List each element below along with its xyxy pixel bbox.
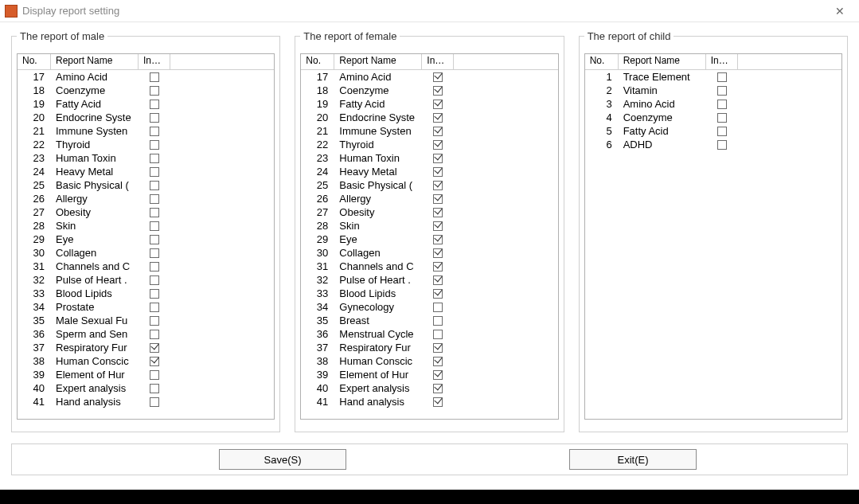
table-row[interactable]: 20Endocrine Syste: [18, 111, 274, 124]
indicator-checkbox[interactable]: [433, 100, 443, 109]
close-icon[interactable]: ✕: [826, 3, 854, 19]
table-row[interactable]: 30Collagen: [18, 246, 274, 260]
indicator-checkbox[interactable]: [150, 113, 159, 123]
table-row[interactable]: 31Channels and C: [18, 260, 274, 273]
table-row[interactable]: 38Human Conscic: [18, 354, 274, 368]
indicator-checkbox[interactable]: [150, 357, 159, 366]
table-row[interactable]: 3Amino Acid: [585, 97, 841, 111]
table-row[interactable]: 39Element of Hur: [18, 368, 274, 381]
table-row[interactable]: 41Hand analysis: [18, 395, 274, 408]
exit-button[interactable]: Exit(E): [569, 449, 697, 470]
column-header-name[interactable]: Report Name: [619, 54, 706, 69]
table-row[interactable]: 23Human Toxin: [301, 151, 557, 165]
indicator-checkbox[interactable]: [433, 289, 443, 299]
table-row[interactable]: 1Trace Element: [585, 70, 841, 84]
indicator-checkbox[interactable]: [150, 248, 159, 258]
indicator-checkbox[interactable]: [150, 343, 159, 353]
column-header-no[interactable]: No.: [301, 54, 334, 69]
table-row[interactable]: 21Immune Systen: [18, 124, 274, 138]
indicator-checkbox[interactable]: [150, 194, 159, 204]
indicator-checkbox[interactable]: [433, 275, 443, 285]
indicator-checkbox[interactable]: [150, 154, 159, 163]
list-header[interactable]: No.Report NameIndi...: [18, 54, 274, 70]
table-row[interactable]: 17Amino Acid: [301, 70, 557, 84]
table-row[interactable]: 4Coenzyme: [585, 111, 841, 124]
table-row[interactable]: 34Gynecology: [301, 300, 557, 314]
list-header[interactable]: No.Report NameIndi...: [301, 54, 557, 70]
table-row[interactable]: 19Fatty Acid: [18, 97, 274, 111]
table-row[interactable]: 25Basic Physical (: [18, 178, 274, 192]
table-row[interactable]: 22Thyroid: [301, 138, 557, 151]
indicator-checkbox[interactable]: [433, 397, 443, 407]
indicator-checkbox[interactable]: [433, 194, 443, 204]
indicator-checkbox[interactable]: [150, 262, 159, 272]
column-header-name[interactable]: Report Name: [334, 54, 422, 69]
indicator-checkbox[interactable]: [150, 140, 159, 150]
indicator-checkbox[interactable]: [717, 86, 727, 96]
indicator-checkbox[interactable]: [433, 248, 443, 258]
table-row[interactable]: 26Allergy: [301, 192, 557, 205]
table-row[interactable]: 33Blood Lipids: [301, 287, 557, 300]
indicator-checkbox[interactable]: [717, 113, 727, 123]
table-row[interactable]: 34Prostate: [18, 300, 274, 314]
list-body[interactable]: 17Amino Acid18Coenzyme19Fatty Acid20Endo…: [18, 70, 274, 419]
table-row[interactable]: 27Obesity: [301, 205, 557, 219]
table-row[interactable]: 18Coenzyme: [18, 84, 274, 97]
indicator-checkbox[interactable]: [150, 316, 159, 326]
table-row[interactable]: 37Respiratory Fur: [18, 341, 274, 354]
list-body[interactable]: 1Trace Element2Vitamin3Amino Acid4Coenzy…: [585, 70, 841, 419]
table-row[interactable]: 25Basic Physical (: [301, 178, 557, 192]
indicator-checkbox[interactable]: [717, 127, 727, 136]
table-row[interactable]: 38Human Conscic: [301, 354, 557, 368]
table-row[interactable]: 35Breast: [301, 314, 557, 327]
column-header-indi[interactable]: Indi...: [706, 54, 738, 69]
column-header-no[interactable]: No.: [585, 54, 619, 69]
column-header-no[interactable]: No.: [18, 54, 51, 69]
indicator-checkbox[interactable]: [433, 357, 443, 366]
indicator-checkbox[interactable]: [433, 208, 443, 217]
table-row[interactable]: 23Human Toxin: [18, 151, 274, 165]
indicator-checkbox[interactable]: [150, 72, 159, 82]
indicator-checkbox[interactable]: [433, 343, 443, 353]
indicator-checkbox[interactable]: [433, 235, 443, 244]
table-row[interactable]: 20Endocrine Syste: [301, 111, 557, 124]
indicator-checkbox[interactable]: [433, 72, 443, 82]
table-row[interactable]: 30Collagen: [301, 246, 557, 260]
indicator-checkbox[interactable]: [433, 316, 443, 326]
indicator-checkbox[interactable]: [717, 72, 727, 82]
table-row[interactable]: 6ADHD: [585, 138, 841, 151]
indicator-checkbox[interactable]: [150, 384, 159, 393]
indicator-checkbox[interactable]: [150, 167, 159, 177]
indicator-checkbox[interactable]: [717, 140, 727, 150]
indicator-checkbox[interactable]: [433, 181, 443, 190]
indicator-checkbox[interactable]: [150, 100, 159, 109]
column-header-name[interactable]: Report Name: [51, 54, 139, 69]
indicator-checkbox[interactable]: [433, 330, 443, 339]
indicator-checkbox[interactable]: [433, 167, 443, 177]
table-row[interactable]: 18Coenzyme: [301, 84, 557, 97]
table-row[interactable]: 39Element of Hur: [301, 368, 557, 381]
table-row[interactable]: 36Menstrual Cycle: [301, 327, 557, 341]
indicator-checkbox[interactable]: [150, 303, 159, 312]
indicator-checkbox[interactable]: [150, 275, 159, 285]
indicator-checkbox[interactable]: [150, 181, 159, 190]
table-row[interactable]: 32Pulse of Heart .: [301, 273, 557, 287]
table-row[interactable]: 2Vitamin: [585, 84, 841, 97]
table-row[interactable]: 29Eye: [18, 232, 274, 246]
table-row[interactable]: 40Expert analysis: [301, 381, 557, 395]
indicator-checkbox[interactable]: [150, 289, 159, 299]
indicator-checkbox[interactable]: [433, 221, 443, 231]
table-row[interactable]: 22Thyroid: [18, 138, 274, 151]
table-row[interactable]: 41Hand analysis: [301, 395, 557, 408]
table-row[interactable]: 17Amino Acid: [18, 70, 274, 84]
indicator-checkbox[interactable]: [150, 208, 159, 217]
table-row[interactable]: 19Fatty Acid: [301, 97, 557, 111]
table-row[interactable]: 21Immune Systen: [301, 124, 557, 138]
indicator-checkbox[interactable]: [150, 397, 159, 407]
indicator-checkbox[interactable]: [433, 370, 443, 380]
indicator-checkbox[interactable]: [433, 127, 443, 136]
indicator-checkbox[interactable]: [433, 262, 443, 272]
table-row[interactable]: 36Sperm and Sen: [18, 327, 274, 341]
table-row[interactable]: 26Allergy: [18, 192, 274, 205]
table-row[interactable]: 24Heavy Metal: [301, 165, 557, 178]
